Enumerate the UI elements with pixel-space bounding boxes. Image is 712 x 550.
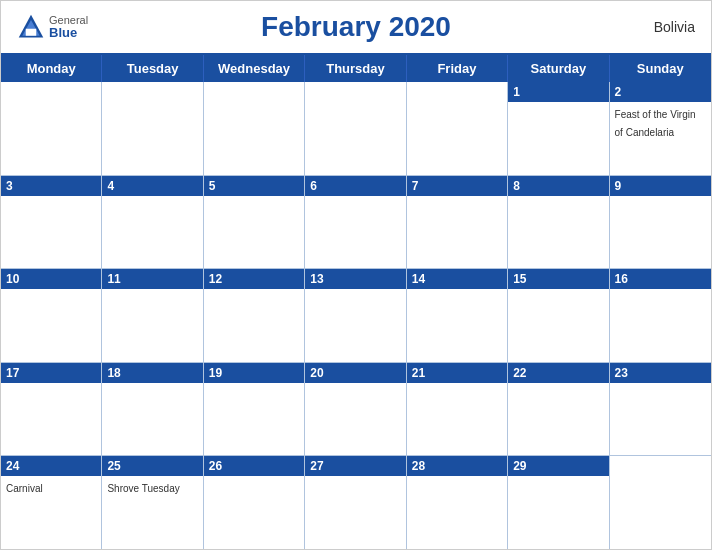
day-number-header: 28 [407, 456, 507, 476]
day-number-header: 1 [508, 82, 608, 102]
day-number-header: 4 [102, 176, 202, 196]
day-number-header: 19 [204, 363, 304, 383]
day-number-header: 12 [204, 269, 304, 289]
day-cell [102, 82, 203, 175]
day-cell: 18 [102, 363, 203, 456]
day-number: 12 [209, 272, 299, 286]
day-cell: 4 [102, 176, 203, 269]
day-cell [1, 82, 102, 175]
day-number: 19 [209, 366, 299, 380]
day-number-header: 6 [305, 176, 405, 196]
day-cell [610, 456, 711, 549]
event-label: Feast of the Virgin of Candelaria [615, 109, 696, 138]
day-header-friday: Friday [407, 55, 508, 82]
day-cell: 26 [204, 456, 305, 549]
day-number-header: 18 [102, 363, 202, 383]
day-cell: 29 [508, 456, 609, 549]
day-number: 15 [513, 272, 603, 286]
day-number-header: 29 [508, 456, 608, 476]
day-header-saturday: Saturday [508, 55, 609, 82]
day-number-header: 7 [407, 176, 507, 196]
weeks-container: 12Feast of the Virgin of Candelaria34567… [1, 82, 711, 549]
week-row-5: 24Carnival25Shrove Tuesday26272829 [1, 456, 711, 549]
day-number-header: 24 [1, 456, 101, 476]
day-cell [204, 82, 305, 175]
day-header-thursday: Thursday [305, 55, 406, 82]
day-number: 26 [209, 459, 299, 473]
day-number-header: 8 [508, 176, 608, 196]
day-cell: 10 [1, 269, 102, 362]
day-cell: 21 [407, 363, 508, 456]
event-label: Carnival [6, 483, 43, 494]
day-number-header: 10 [1, 269, 101, 289]
week-row-1: 12Feast of the Virgin of Candelaria [1, 82, 711, 176]
day-cell: 17 [1, 363, 102, 456]
day-number: 11 [107, 272, 197, 286]
day-number: 22 [513, 366, 603, 380]
day-cell: 8 [508, 176, 609, 269]
week-row-3: 10111213141516 [1, 269, 711, 363]
day-cell: 27 [305, 456, 406, 549]
day-cell [407, 82, 508, 175]
day-number: 17 [6, 366, 96, 380]
day-cell: 20 [305, 363, 406, 456]
day-number: 7 [412, 179, 502, 193]
logo-text: General Blue [49, 15, 88, 39]
day-cell: 13 [305, 269, 406, 362]
day-number: 2 [615, 85, 706, 99]
day-cell: 24Carnival [1, 456, 102, 549]
day-number: 4 [107, 179, 197, 193]
day-number: 21 [412, 366, 502, 380]
day-number-header: 22 [508, 363, 608, 383]
day-cell: 23 [610, 363, 711, 456]
day-header-monday: Monday [1, 55, 102, 82]
day-cell: 14 [407, 269, 508, 362]
day-cell: 28 [407, 456, 508, 549]
day-cell: 2Feast of the Virgin of Candelaria [610, 82, 711, 175]
day-cell: 3 [1, 176, 102, 269]
day-cell: 15 [508, 269, 609, 362]
day-cell: 22 [508, 363, 609, 456]
day-cell: 16 [610, 269, 711, 362]
day-number-header: 9 [610, 176, 711, 196]
day-number: 9 [615, 179, 706, 193]
day-number-header: 27 [305, 456, 405, 476]
day-number: 8 [513, 179, 603, 193]
day-number: 27 [310, 459, 400, 473]
day-header-wednesday: Wednesday [204, 55, 305, 82]
day-number: 13 [310, 272, 400, 286]
day-number-header: 25 [102, 456, 202, 476]
day-number-header: 26 [204, 456, 304, 476]
day-number-header: 14 [407, 269, 507, 289]
day-number: 20 [310, 366, 400, 380]
calendar-container: General Blue February 2020 Bolivia Monda… [0, 0, 712, 550]
svg-rect-2 [26, 29, 37, 36]
day-number: 16 [615, 272, 706, 286]
day-cell: 25Shrove Tuesday [102, 456, 203, 549]
day-cell: 6 [305, 176, 406, 269]
day-number-header: 17 [1, 363, 101, 383]
logo: General Blue [17, 13, 88, 41]
day-number-header: 23 [610, 363, 711, 383]
day-number: 18 [107, 366, 197, 380]
day-number: 25 [107, 459, 197, 473]
day-number: 29 [513, 459, 603, 473]
country-label: Bolivia [654, 19, 695, 35]
day-headers-row: MondayTuesdayWednesdayThursdayFridaySatu… [1, 55, 711, 82]
week-row-4: 17181920212223 [1, 363, 711, 457]
day-number-header: 5 [204, 176, 304, 196]
day-cell: 11 [102, 269, 203, 362]
day-cell: 9 [610, 176, 711, 269]
calendar-title: February 2020 [261, 11, 451, 43]
day-cell: 1 [508, 82, 609, 175]
day-number-header: 15 [508, 269, 608, 289]
day-cell [305, 82, 406, 175]
day-cell: 7 [407, 176, 508, 269]
day-cell: 5 [204, 176, 305, 269]
day-number-header: 3 [1, 176, 101, 196]
week-row-2: 3456789 [1, 176, 711, 270]
day-number: 23 [615, 366, 706, 380]
day-number-header: 13 [305, 269, 405, 289]
day-header-tuesday: Tuesday [102, 55, 203, 82]
logo-icon [17, 13, 45, 41]
